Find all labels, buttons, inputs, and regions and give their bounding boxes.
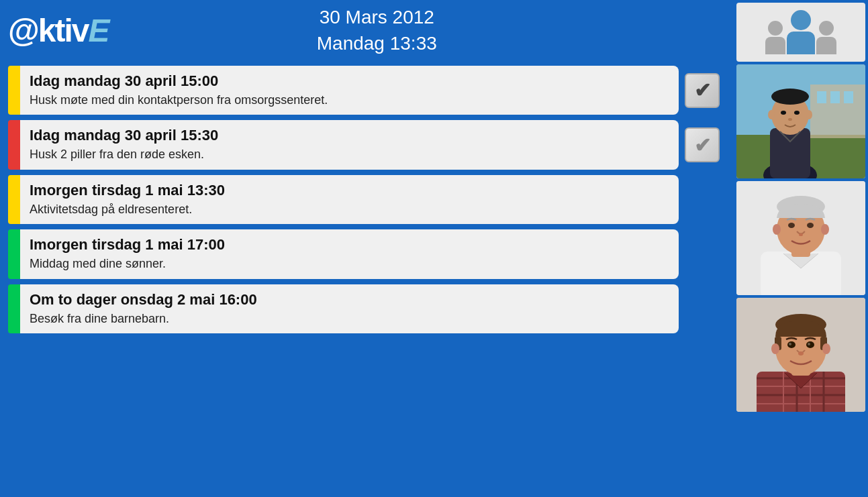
event-desc-2: Husk 2 piller fra den røde esken. — [30, 147, 669, 162]
logo-ktiv: ktiv — [38, 13, 89, 48]
svg-point-45 — [808, 343, 810, 345]
event-checkbox-area-4 — [679, 229, 726, 278]
svg-point-46 — [798, 351, 804, 355]
svg-point-9 — [771, 89, 809, 105]
logo-at: @ — [8, 13, 38, 48]
app-logo: @ktivE — [8, 12, 109, 49]
event-row-3: Imorgen tirsdag 1 mai 13:30 Aktivitetsda… — [8, 175, 726, 224]
svg-point-40 — [771, 343, 779, 354]
svg-point-20 — [773, 224, 781, 235]
silhouette-left — [765, 21, 785, 54]
person-avatar-2[interactable] — [736, 181, 865, 295]
events-list: Idag mandag 30 april 15:00 Husk møte med… — [0, 60, 734, 497]
svg-point-42 — [787, 341, 795, 348]
silhouette-center — [787, 10, 815, 54]
event-card-3: Imorgen tirsdag 1 mai 13:30 Aktivitetsda… — [20, 175, 679, 224]
event-checkbox-area-3 — [679, 175, 726, 224]
right-sidebar — [734, 0, 868, 497]
checkmark-icon-2: ✔ — [694, 133, 711, 157]
event-title-2: Idag mandag 30 april 15:30 — [30, 127, 669, 144]
event-desc-5: Besøk fra dine barnebarn. — [30, 311, 669, 327]
svg-point-43 — [806, 341, 814, 348]
datetime-display: 30 Mars 2012 Mandag 13:33 — [317, 4, 437, 56]
svg-point-12 — [781, 111, 786, 115]
person-photo-3 — [736, 298, 865, 412]
event-card-4: Imorgen tirsdag 1 mai 17:00 Middag med d… — [20, 229, 679, 278]
event-desc-3: Aktivitetsdag på eldresenteret. — [30, 202, 669, 217]
svg-point-24 — [799, 233, 803, 236]
sil-head-left — [768, 21, 783, 36]
svg-point-13 — [794, 111, 800, 115]
event-color-bar-2 — [8, 120, 20, 169]
svg-point-10 — [768, 110, 775, 119]
svg-point-21 — [821, 224, 829, 235]
sil-head-right — [819, 21, 834, 36]
event-card-5: Om to dager onsdag 2 mai 16:00 Besøk fra… — [20, 284, 679, 333]
sil-body-center — [787, 32, 815, 54]
silhouette-right — [816, 21, 836, 54]
svg-point-14 — [788, 118, 792, 121]
svg-point-22 — [788, 223, 795, 228]
svg-rect-7 — [770, 128, 810, 178]
event-title-4: Imorgen tirsdag 1 mai 17:00 — [30, 236, 669, 254]
svg-rect-3 — [817, 91, 826, 103]
svg-point-11 — [806, 110, 812, 119]
event-checkbox-area-5 — [679, 284, 726, 333]
event-desc-1: Husk møte med din kontaktperson fra omso… — [30, 93, 669, 108]
event-title-1: Idag mandag 30 april 15:00 — [30, 72, 669, 90]
person-avatar-1[interactable] — [736, 64, 865, 178]
event-row-4: Imorgen tirsdag 1 mai 17:00 Middag med d… — [8, 229, 726, 278]
event-color-bar-4 — [8, 229, 20, 278]
time-display: Mandag 13:33 — [317, 30, 437, 56]
svg-point-41 — [822, 343, 830, 354]
event-color-bar-1 — [8, 66, 20, 115]
main-area: @ktivE 30 Mars 2012 Mandag 13:33 Idag ma… — [0, 0, 734, 497]
person-silhouettes — [765, 10, 836, 54]
header: @ktivE 30 Mars 2012 Mandag 13:33 — [0, 0, 734, 60]
sil-head-center — [791, 10, 811, 30]
event-title-5: Om to dager onsdag 2 mai 16:00 — [30, 291, 669, 309]
event-desc-4: Middag med dine sønner. — [30, 256, 669, 272]
checkbox-2[interactable]: ✔ — [685, 127, 720, 162]
event-color-bar-3 — [8, 175, 20, 224]
event-row-1: Idag mandag 30 april 15:00 Husk møte med… — [8, 66, 726, 115]
svg-point-23 — [807, 223, 814, 228]
checkbox-1[interactable]: ✔ — [685, 73, 720, 108]
svg-rect-5 — [844, 91, 853, 103]
person-photo-2 — [736, 181, 865, 295]
sil-body-right — [816, 37, 836, 54]
group-icon-box[interactable] — [736, 3, 865, 62]
event-row-2: Idag mandag 30 april 15:30 Husk 2 piller… — [8, 120, 726, 169]
event-card-2: Idag mandag 30 april 15:30 Husk 2 piller… — [20, 120, 679, 169]
logo-e: E — [89, 13, 109, 48]
event-color-bar-5 — [8, 284, 20, 333]
event-title-3: Imorgen tirsdag 1 mai 13:30 — [30, 182, 669, 199]
sil-body-left — [765, 37, 785, 54]
event-row-5: Om to dager onsdag 2 mai 16:00 Besøk fra… — [8, 284, 726, 333]
event-card-1: Idag mandag 30 april 15:00 Husk møte med… — [20, 66, 679, 115]
person-photo-1 — [736, 64, 865, 178]
svg-rect-4 — [830, 91, 840, 103]
svg-point-44 — [789, 343, 791, 345]
checkmark-icon-1: ✔ — [694, 78, 711, 102]
date-display: 30 Mars 2012 — [317, 4, 437, 30]
event-checkbox-area-2: ✔ — [679, 120, 726, 169]
person-avatar-3[interactable] — [736, 298, 865, 412]
event-checkbox-area-1: ✔ — [679, 66, 726, 115]
